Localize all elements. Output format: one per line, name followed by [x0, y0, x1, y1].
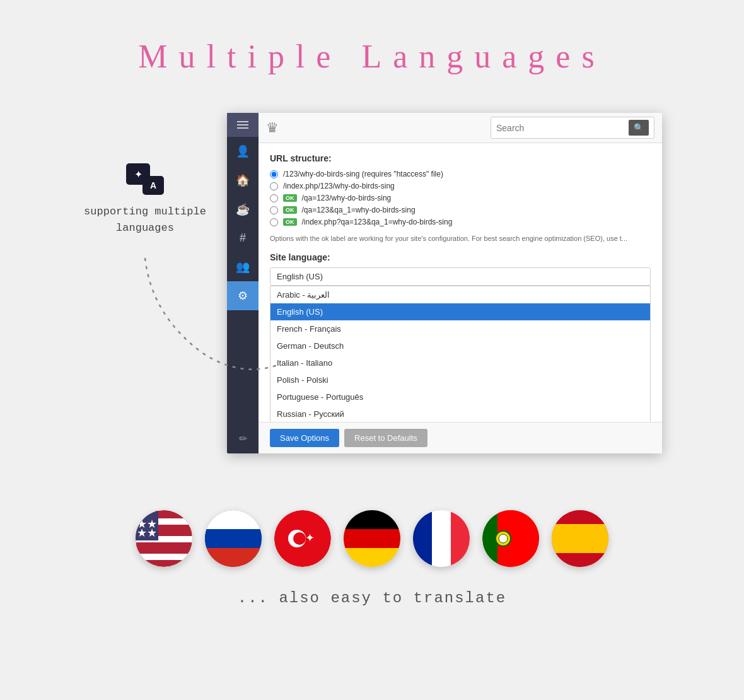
svg-point-28 [499, 534, 508, 543]
footer-buttons: Save Options Reset to Defaults [259, 422, 662, 453]
url-radio-1[interactable] [270, 170, 278, 178]
url-option-2[interactable]: /index.php/123/why-do-birds-sing [270, 182, 651, 190]
page-title: Multiple Languages [0, 0, 744, 75]
flag-spain [552, 510, 608, 567]
flag-germany [344, 510, 400, 567]
site-language-label: Site language: [270, 252, 651, 262]
svg-rect-13 [205, 548, 262, 567]
lang-option-english[interactable]: English (US) [270, 303, 650, 320]
language-dropdown: Arabic - العربية English (US) French - F… [270, 286, 651, 422]
url-options-list: /123/why-do-birds-sing (requires "htacce… [270, 170, 651, 226]
lang-option-polish[interactable]: Polish - Polski [270, 371, 650, 388]
hamburger-icon [237, 119, 248, 131]
sidebar-menu-button[interactable] [227, 113, 259, 137]
url-option-3[interactable]: OK /qa=123/why-do-birds-sing [270, 194, 651, 202]
sidebar-pencil-icon[interactable]: ✏ [227, 424, 259, 453]
ok-badge-3: OK [283, 194, 297, 202]
svg-rect-19 [344, 510, 400, 529]
url-option-4[interactable]: OK /qa=123&qa_1=why-do-birds-sing [270, 206, 651, 214]
lang-option-portuguese[interactable]: Portuguese - Português [270, 388, 650, 405]
flag-turkey: ✦ [274, 510, 331, 567]
header-bar: ♛ 🔍 [259, 113, 662, 143]
sidebar-hash-icon[interactable]: # [227, 224, 259, 252]
search-input-wrap[interactable]: 🔍 [491, 117, 654, 139]
main-content-area: ♛ 🔍 URL structure: /123/why-do-birds-sin… [259, 113, 662, 453]
lang-option-arabic[interactable]: Arabic - العربية [270, 286, 650, 303]
sidebar-gear-icon[interactable]: ⚙ [227, 281, 259, 310]
flag-france [413, 510, 470, 567]
lang-option-russian[interactable]: Russian - Русский [270, 405, 650, 422]
svg-rect-20 [344, 529, 400, 548]
lang-option-french[interactable]: French - Français [270, 320, 650, 337]
svg-rect-30 [552, 524, 608, 553]
svg-rect-4 [136, 545, 192, 551]
left-annotation: ✦ A supporting multiple languages [82, 163, 208, 236]
svg-rect-24 [451, 510, 470, 567]
svg-rect-12 [205, 529, 262, 548]
translate-icon: ✦ A [126, 163, 164, 195]
flag-usa: ★★ ★★ [136, 510, 192, 567]
url-option-1[interactable]: /123/why-do-birds-sing (requires "htacce… [270, 170, 651, 178]
svg-rect-5 [136, 554, 192, 560]
lang-option-german[interactable]: German - Deutsch [270, 337, 650, 354]
url-radio-4[interactable] [270, 206, 278, 214]
svg-point-16 [293, 532, 306, 545]
search-button[interactable]: 🔍 [629, 120, 649, 136]
url-note: Options with the ok label are working fo… [270, 234, 651, 243]
flag-russia [205, 510, 262, 567]
svg-rect-21 [344, 548, 400, 567]
sidebar-users-icon[interactable]: 👥 [227, 252, 259, 281]
middle-section: ✦ A supporting multiple languages 👤 🏠 ☕ … [0, 113, 744, 453]
url-option-5[interactable]: OK /index.php?qa=123&qa_1=why-do-birds-s… [270, 218, 651, 226]
lang-option-italian[interactable]: Italian - Italiano [270, 354, 650, 371]
save-options-button[interactable]: Save Options [270, 429, 339, 447]
url-radio-5[interactable] [270, 218, 278, 226]
url-radio-2[interactable] [270, 182, 278, 190]
content-body: URL structure: /123/why-do-birds-sing (r… [259, 143, 662, 422]
translate-text: ... also easy to translate [0, 590, 744, 607]
crown-icon: ♛ [266, 120, 279, 136]
search-input[interactable] [496, 123, 629, 133]
sidebar-home-icon[interactable]: 🏠 [227, 166, 259, 195]
flag-portugal [482, 510, 539, 567]
flags-section: ★★ ★★ ✦ [0, 510, 744, 567]
reset-defaults-button[interactable]: Reset to Defaults [344, 429, 427, 447]
svg-text:★★: ★★ [137, 527, 157, 539]
ok-badge-4: OK [283, 206, 297, 214]
url-structure-label: URL structure: [270, 153, 651, 163]
ok-badge-5: OK [283, 218, 297, 226]
svg-text:✦: ✦ [305, 532, 315, 544]
language-select-display[interactable]: English (US) [270, 267, 651, 286]
browser-mockup: 👤 🏠 ☕ # 👥 ⚙ ✏ ♛ 🔍 URL structure: [227, 113, 662, 453]
svg-rect-31 [552, 510, 608, 524]
svg-rect-32 [552, 553, 608, 567]
sidebar-person-icon[interactable]: 👤 [227, 137, 259, 166]
sidebar: 👤 🏠 ☕ # 👥 ⚙ ✏ [227, 113, 259, 453]
annotation-text: supporting multiple languages [84, 204, 206, 236]
url-radio-3[interactable] [270, 194, 278, 202]
svg-rect-11 [205, 510, 262, 529]
svg-rect-23 [413, 510, 432, 567]
sidebar-coffee-icon[interactable]: ☕ [227, 195, 259, 224]
